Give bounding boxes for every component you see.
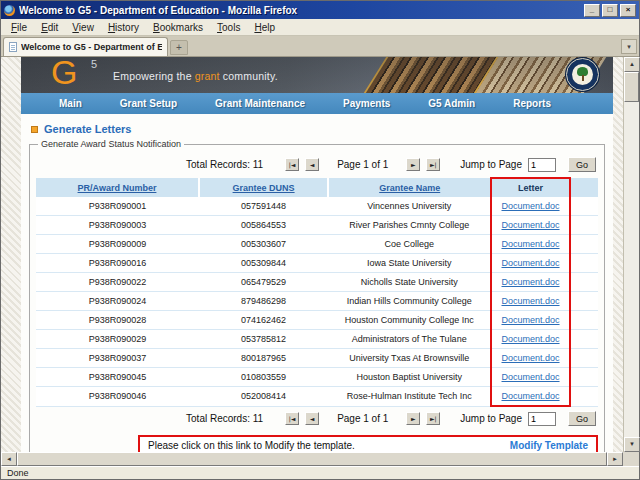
document-link[interactable]: Document.doc (502, 372, 560, 382)
cell-grantee-name: Iowa State University (328, 254, 491, 273)
horizontal-scroll-thumb[interactable] (17, 452, 607, 466)
cell-grantee-duns: 065479529 (199, 273, 328, 292)
tagline-post: community. (220, 70, 278, 82)
document-link[interactable]: Document.doc (502, 277, 560, 287)
cell-grantee-name: Rose-Hulman Institute Tech Inc (328, 387, 491, 407)
menu-item[interactable]: Bookmarks (147, 21, 209, 34)
cell-award-number: P938R090045 (36, 368, 199, 387)
modify-template-link[interactable]: Modify Template (510, 440, 588, 451)
bullet-square-icon (31, 126, 38, 133)
document-link[interactable]: Document.doc (502, 296, 560, 306)
menu-item[interactable]: File (5, 21, 33, 34)
vertical-scrollbar[interactable]: ▲ ▼ (623, 57, 639, 452)
document-link[interactable]: Document.doc (502, 391, 560, 401)
table-row: P938R090029 053785812 Administrators of … (36, 330, 598, 349)
vertical-scroll-thumb[interactable] (624, 72, 639, 102)
minimize-button[interactable]: _ (584, 4, 600, 17)
cell-grantee-duns: 057591448 (199, 197, 328, 216)
browser-viewport: G 5 Empowering the grant community. Main (1, 57, 639, 452)
document-link[interactable]: Document.doc (502, 239, 560, 249)
banner-overlay (21, 57, 613, 93)
nav-item[interactable]: Main (59, 98, 82, 109)
menu-item[interactable]: Tools (211, 21, 246, 34)
scroll-up-icon[interactable]: ▲ (624, 57, 640, 72)
go-button[interactable]: Go (568, 411, 596, 426)
panel-legend: Generate Award Status Notification (38, 139, 184, 149)
document-link[interactable]: Document.doc (502, 315, 560, 325)
cell-award-number: P938R090029 (36, 330, 199, 349)
document-link[interactable]: Document.doc (502, 201, 560, 211)
page-main: Generate Letters Generate Award Status N… (21, 114, 613, 452)
first-page-button[interactable]: |◄ (285, 158, 299, 171)
scroll-down-icon[interactable]: ▼ (624, 437, 640, 452)
cell-award-number: P938R090037 (36, 349, 199, 368)
cell-grantee-duns: 879486298 (199, 292, 328, 311)
prev-page-button[interactable]: ◄ (305, 158, 319, 171)
next-page-button[interactable]: ► (406, 158, 420, 171)
menu-item[interactable]: View (66, 21, 100, 34)
nav-item[interactable]: G5 Admin (428, 98, 475, 109)
horizontal-scrollbar[interactable]: ◄ ► (1, 452, 639, 466)
banner-tagline: Empowering the grant community. (113, 70, 278, 82)
cell-spacer (570, 368, 598, 387)
window-title: Welcome to G5 - Department of Education … (19, 5, 584, 16)
restore-button[interactable]: □ (602, 4, 618, 17)
firefox-icon (4, 5, 15, 16)
jump-to-page-label: Jump to Page (460, 159, 522, 170)
seal-trunk (582, 75, 584, 81)
cell-grantee-name: Houston Community College Inc (328, 311, 491, 330)
cell-letter: Document.doc (491, 235, 570, 254)
scroll-right-icon[interactable]: ► (607, 452, 623, 466)
menu-item[interactable]: History (102, 21, 145, 34)
scroll-left-icon[interactable]: ◄ (1, 452, 17, 466)
document-link[interactable]: Document.doc (502, 353, 560, 363)
last-page-button[interactable]: ►| (426, 158, 440, 171)
sort-link-duns[interactable]: Grantee DUNS (233, 183, 295, 193)
first-page-button[interactable]: |◄ (285, 412, 299, 425)
cell-grantee-duns: 800187965 (199, 349, 328, 368)
document-link[interactable]: Document.doc (502, 258, 560, 268)
table-row: P938R090016 005309844 Iowa State Univers… (36, 254, 598, 273)
new-tab-button[interactable]: + (170, 40, 188, 55)
status-text: Done (7, 468, 29, 478)
cell-grantee-name: Coe College (328, 235, 491, 254)
nav-item[interactable]: Payments (343, 98, 390, 109)
active-tab[interactable]: Welcome to G5 - Department of Edu... (3, 37, 168, 56)
cell-award-number: P938R090016 (36, 254, 199, 273)
cell-grantee-name: Houston Baptist University (328, 368, 491, 387)
page-title: Generate Letters (31, 123, 605, 135)
last-page-button[interactable]: ►| (426, 412, 440, 425)
tab-title: Welcome to G5 - Department of Edu... (21, 42, 162, 52)
cell-letter: Document.doc (491, 330, 570, 349)
cell-spacer (570, 273, 598, 292)
nav-item[interactable]: Grant Setup (120, 98, 177, 109)
table-body: P938R090001 057591448 Vincennes Universi… (36, 197, 598, 406)
sort-link-name[interactable]: Grantee Name (379, 183, 440, 193)
cell-grantee-duns: 052008414 (199, 387, 328, 407)
prev-page-button[interactable]: ◄ (305, 412, 319, 425)
jump-to-page-input[interactable] (528, 412, 556, 426)
cell-grantee-duns: 005309844 (199, 254, 328, 273)
go-button[interactable]: Go (568, 157, 596, 172)
nav-item[interactable]: Grant Maintenance (215, 98, 305, 109)
tab-list-dropdown[interactable]: ▾ (621, 39, 637, 54)
cell-spacer (570, 216, 598, 235)
sort-link-award[interactable]: PR/Award Number (78, 183, 157, 193)
cell-letter: Document.doc (491, 273, 570, 292)
jump-to-page-input[interactable] (528, 158, 556, 172)
cell-award-number: P938R090046 (36, 387, 199, 407)
total-records-label: Total Records: 11 (186, 159, 263, 170)
nav-item[interactable]: Reports (513, 98, 551, 109)
document-link[interactable]: Document.doc (502, 220, 560, 230)
menu-item[interactable]: Help (248, 21, 281, 34)
vertical-scroll-track[interactable] (624, 102, 639, 437)
tagline-pre: Empowering the (113, 70, 195, 82)
cell-letter: Document.doc (491, 311, 570, 330)
next-page-button[interactable]: ► (406, 412, 420, 425)
close-button[interactable]: × (620, 4, 636, 17)
table-row: P938R090009 005303607 Coe College Docume… (36, 235, 598, 254)
menu-item[interactable]: Edit (35, 21, 64, 34)
cell-letter: Document.doc (491, 368, 570, 387)
award-notification-panel: Generate Award Status Notification Total… (29, 139, 605, 452)
document-link[interactable]: Document.doc (502, 334, 560, 344)
